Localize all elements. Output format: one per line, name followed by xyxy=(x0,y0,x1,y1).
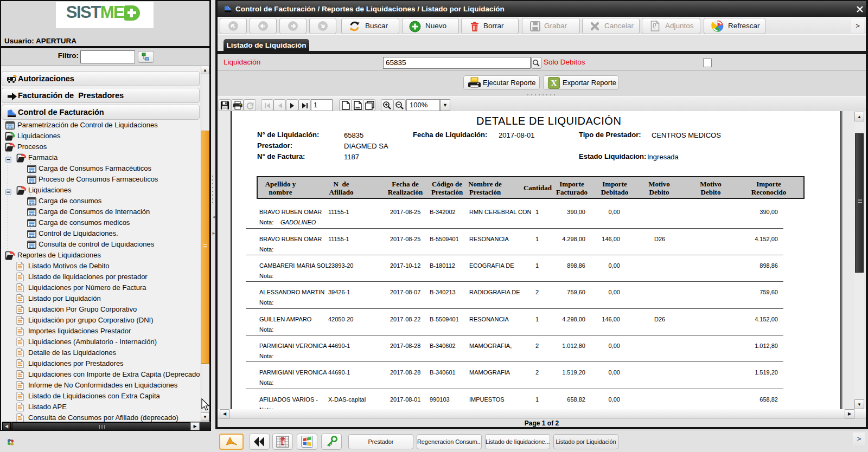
svg-text:X: X xyxy=(551,79,557,88)
